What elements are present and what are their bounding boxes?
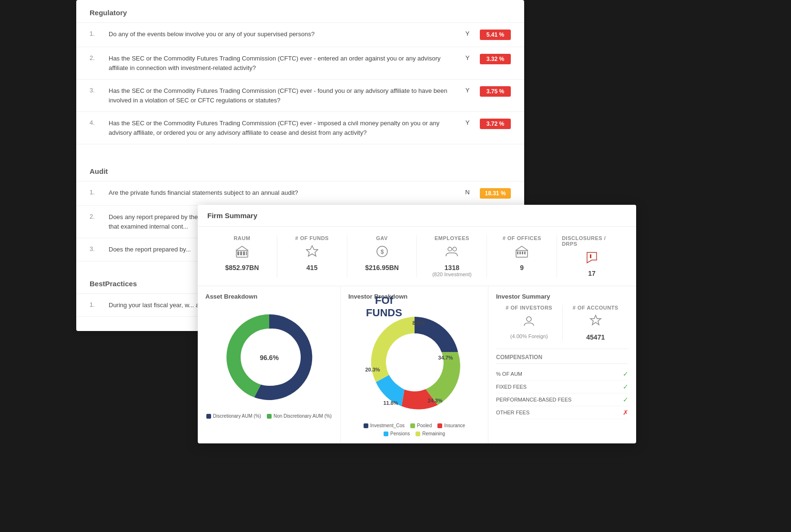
investor-summary-section: Investor Summary # OF INVESTORS (4.00% F…: [488, 286, 636, 443]
status-badge: 5.41 %: [480, 30, 511, 40]
metric-label: # OF INVESTORS: [506, 305, 552, 311]
metric-label: # OF OFFICES: [503, 235, 541, 241]
metric-value: 17: [588, 270, 596, 277]
check-icon: ✓: [623, 370, 629, 378]
question-text: Has the SEC or the Commodity Futures Tra…: [109, 119, 455, 137]
accounts-value: 45471: [586, 333, 605, 341]
metric-label: DISCLOSURES / DRPS: [562, 235, 622, 247]
investor-donut-chart: 34.7% 24.3% 11.8% 20.3% 8.9%: [357, 305, 472, 419]
metric-value: 9: [520, 264, 524, 271]
legend-label: Remaining: [422, 431, 445, 436]
question-number: 1.: [90, 301, 101, 308]
audit-title: Audit: [76, 159, 524, 181]
metric-offices: # OF OFFICES 9: [487, 235, 557, 277]
question-number: 3.: [90, 245, 101, 252]
legend-label: Non Discretionary AUM (%): [274, 413, 332, 419]
metric-disclosures: DISCLOSURES / DRPS 17: [557, 235, 627, 277]
regulatory-title: Regulatory: [76, 0, 524, 23]
svg-point-7: [448, 247, 452, 251]
metric-employees: EMPLOYEES 1318 (820 Investment): [417, 235, 487, 277]
raum-icon: [235, 245, 249, 261]
metric-sub: (820 Investment): [432, 271, 472, 277]
table-row: 1. Are the private funds financial state…: [76, 181, 524, 206]
question-number: 1.: [90, 188, 101, 196]
legend-item: Pensions: [384, 431, 410, 436]
legend-item: Remaining: [416, 431, 445, 436]
comp-label: PERFORMANCE-BASED FEES: [496, 397, 571, 402]
svg-point-8: [453, 247, 456, 251]
svg-point-18: [386, 333, 443, 391]
svg-rect-3: [243, 251, 245, 255]
comp-label: OTHER FEES: [496, 410, 529, 415]
svg-text:11.8%: 11.8%: [383, 400, 398, 406]
svg-text:8.9%: 8.9%: [412, 320, 424, 326]
metric-gav: GAV $ $216.95BN: [347, 235, 417, 277]
svg-rect-2: [240, 251, 242, 255]
question-number: 2.: [90, 54, 101, 61]
investor-summary-title: Investor Summary: [496, 293, 629, 300]
question-number: 3.: [90, 86, 101, 94]
asset-donut-container: 96.6% Discretionary AUM (%) Non Discreti…: [205, 305, 333, 437]
metric-value: 415: [306, 264, 317, 271]
investor-donut-container: 34.7% 24.3% 11.8% 20.3% 8.9% Investment_…: [348, 305, 480, 437]
status-badge: 18.31 %: [480, 188, 511, 199]
funds-icon: [305, 245, 319, 261]
svg-text:24.3%: 24.3%: [427, 398, 442, 403]
question-text: Has the SEC or the Commodity Futures Tra…: [109, 86, 455, 105]
svg-rect-12: [522, 251, 523, 254]
investors-sub: (4.00% Foreign): [510, 333, 548, 339]
question-number: 2.: [90, 212, 101, 220]
legend-label: Pensions: [390, 431, 410, 436]
num-investors-metric: # OF INVESTORS (4.00% Foreign): [496, 305, 563, 341]
disclosures-icon: [585, 251, 598, 267]
gav-icon: $: [375, 245, 389, 261]
legend-item: Insurance: [437, 423, 465, 428]
question-text: Are the private funds financial statemen…: [109, 188, 455, 198]
metric-label: GAV: [376, 235, 388, 241]
svg-rect-10: [517, 251, 518, 254]
asset-breakdown-section: Asset Breakdown 96.6%: [198, 286, 341, 443]
comp-row: OTHER FEES ✗: [496, 406, 629, 419]
table-row: 2. Has the SEC or the Commodity Futures …: [76, 47, 524, 80]
svg-rect-1: [237, 251, 239, 255]
legend-item: Non Discretionary AUM (%): [267, 413, 332, 419]
legend-label: Insurance: [444, 423, 465, 428]
svg-rect-15: [590, 254, 591, 258]
svg-rect-4: [246, 251, 247, 255]
svg-text:34.7%: 34.7%: [438, 355, 453, 361]
x-icon: ✗: [623, 409, 629, 416]
metric-value: 1318: [445, 264, 459, 271]
status-badge: 3.75 %: [480, 86, 511, 97]
legend-item: Investment_Cos: [364, 423, 405, 428]
comp-row: % OF AUM ✓: [496, 368, 629, 381]
metric-value: $852.97BN: [225, 264, 259, 271]
check-icon: ✓: [623, 396, 629, 403]
comp-row: PERFORMANCE-BASED FEES ✓: [496, 393, 629, 406]
employees-icon: [445, 245, 458, 261]
investors-icon: [522, 314, 536, 331]
metric-label: RAUM: [233, 235, 250, 241]
investor-legend: Investment_Cos Pooled Insurance Pensions: [348, 423, 480, 436]
svg-rect-13: [524, 251, 526, 254]
firm-summary-panel: Firm Summary RAUM $852.97BN # OF FUNDS 4…: [198, 205, 636, 443]
question-answer: Y: [463, 86, 472, 94]
svg-point-24: [527, 317, 531, 321]
legend-item: Pooled: [410, 423, 432, 428]
status-badge: 3.32 %: [480, 54, 511, 64]
comp-label: FIXED FEES: [496, 384, 527, 390]
legend-item: Discretionary AUM (%): [206, 413, 261, 419]
question-answer: Y: [463, 119, 472, 126]
question-answer: N: [463, 188, 472, 196]
metric-value: $216.95BN: [365, 264, 399, 271]
svg-rect-11: [519, 251, 521, 254]
svg-text:96.6%: 96.6%: [260, 354, 279, 361]
status-badge: 3.72 %: [480, 119, 511, 129]
offices-icon: [515, 245, 528, 261]
table-row: 4. Has the SEC or the Commodity Futures …: [76, 112, 524, 144]
metric-label: # OF ACCOUNTS: [573, 305, 619, 311]
check-icon: ✓: [623, 383, 629, 391]
metric-funds: # OF FUNDS 415: [277, 235, 347, 277]
investor-breakdown-section: Investor Breakdown: [341, 286, 488, 443]
comp-label: % OF AUM: [496, 371, 522, 377]
metric-label: # OF FUNDS: [295, 235, 329, 241]
